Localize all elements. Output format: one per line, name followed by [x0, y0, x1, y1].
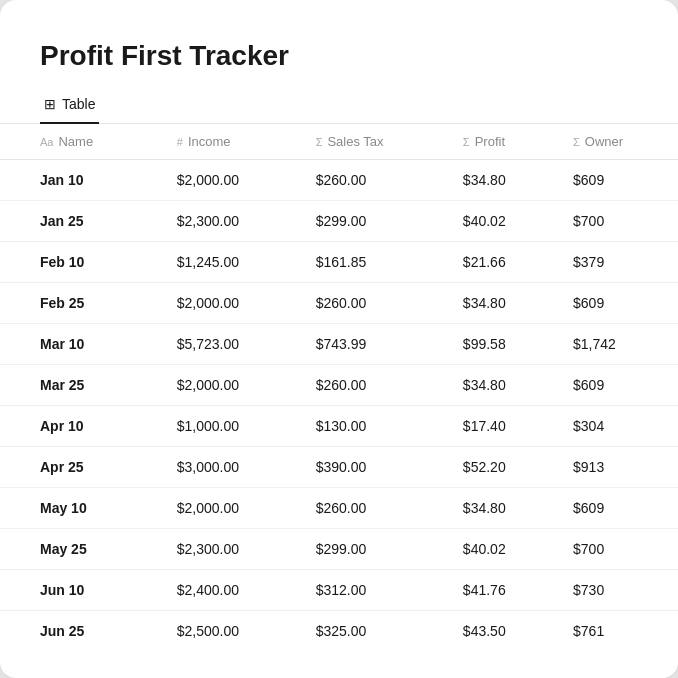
table-row: May 10$2,000.00$260.00$34.80$609: [0, 488, 678, 529]
table-row: Jan 10$2,000.00$260.00$34.80$609: [0, 160, 678, 201]
row-sales-tax: $260.00: [300, 365, 447, 406]
table-header-row: Aa Name # Income Σ Sales Tax: [0, 124, 678, 160]
row-sales-tax: $325.00: [300, 611, 447, 652]
row-owner: $609: [557, 365, 678, 406]
col-label-sales-tax: Sales Tax: [327, 134, 383, 149]
col-label-income: Income: [188, 134, 231, 149]
row-name: Apr 25: [0, 447, 161, 488]
row-owner: $609: [557, 283, 678, 324]
row-profit: $21.66: [447, 242, 557, 283]
table-row: Jun 10$2,400.00$312.00$41.76$730: [0, 570, 678, 611]
row-name: Apr 10: [0, 406, 161, 447]
tab-table[interactable]: ⊞ Table: [40, 88, 99, 124]
col-label-profit: Profit: [475, 134, 505, 149]
row-sales-tax: $130.00: [300, 406, 447, 447]
row-owner: $379: [557, 242, 678, 283]
row-income: $2,300.00: [161, 529, 300, 570]
tab-table-label: Table: [62, 96, 95, 112]
table-row: Feb 10$1,245.00$161.85$21.66$379: [0, 242, 678, 283]
row-name: Mar 10: [0, 324, 161, 365]
row-profit: $41.76: [447, 570, 557, 611]
row-sales-tax: $299.00: [300, 529, 447, 570]
row-income: $2,400.00: [161, 570, 300, 611]
row-income: $5,723.00: [161, 324, 300, 365]
row-profit: $99.58: [447, 324, 557, 365]
row-income: $1,245.00: [161, 242, 300, 283]
row-name: May 25: [0, 529, 161, 570]
table-row: Mar 25$2,000.00$260.00$34.80$609: [0, 365, 678, 406]
col-symbol-sales-tax: Σ: [316, 136, 323, 148]
table-row: Mar 10$5,723.00$743.99$99.58$1,742: [0, 324, 678, 365]
col-header-owner: Σ Owner: [557, 124, 678, 160]
row-sales-tax: $390.00: [300, 447, 447, 488]
table-row: May 25$2,300.00$299.00$40.02$700: [0, 529, 678, 570]
row-income: $2,500.00: [161, 611, 300, 652]
page-title: Profit First Tracker: [0, 40, 678, 88]
row-profit: $17.40: [447, 406, 557, 447]
row-profit: $34.80: [447, 283, 557, 324]
row-profit: $34.80: [447, 365, 557, 406]
row-owner: $609: [557, 160, 678, 201]
row-profit: $40.02: [447, 201, 557, 242]
row-name: Jan 10: [0, 160, 161, 201]
row-profit: $40.02: [447, 529, 557, 570]
col-symbol-owner: Σ: [573, 136, 580, 148]
row-name: Jun 10: [0, 570, 161, 611]
row-owner: $730: [557, 570, 678, 611]
col-label-owner: Owner: [585, 134, 623, 149]
row-owner: $609: [557, 488, 678, 529]
row-owner: $1,742: [557, 324, 678, 365]
row-sales-tax: $312.00: [300, 570, 447, 611]
table-icon: ⊞: [44, 96, 56, 112]
row-income: $2,000.00: [161, 160, 300, 201]
row-name: Mar 25: [0, 365, 161, 406]
row-income: $2,000.00: [161, 283, 300, 324]
col-header-income: # Income: [161, 124, 300, 160]
table-row: Jan 25$2,300.00$299.00$40.02$700: [0, 201, 678, 242]
row-owner: $913: [557, 447, 678, 488]
row-income: $2,300.00: [161, 201, 300, 242]
table-row: Apr 10$1,000.00$130.00$17.40$304: [0, 406, 678, 447]
table-row: Jun 25$2,500.00$325.00$43.50$761: [0, 611, 678, 652]
table-body: Jan 10$2,000.00$260.00$34.80$609Jan 25$2…: [0, 160, 678, 652]
row-sales-tax: $743.99: [300, 324, 447, 365]
row-name: May 10: [0, 488, 161, 529]
col-symbol-profit: Σ: [463, 136, 470, 148]
row-sales-tax: $260.00: [300, 160, 447, 201]
col-header-sales-tax: Σ Sales Tax: [300, 124, 447, 160]
row-income: $1,000.00: [161, 406, 300, 447]
col-label-name: Name: [58, 134, 93, 149]
row-profit: $52.20: [447, 447, 557, 488]
table-row: Apr 25$3,000.00$390.00$52.20$913: [0, 447, 678, 488]
row-income: $2,000.00: [161, 365, 300, 406]
row-sales-tax: $299.00: [300, 201, 447, 242]
row-sales-tax: $260.00: [300, 283, 447, 324]
col-symbol-income: #: [177, 136, 183, 148]
col-header-name: Aa Name: [0, 124, 161, 160]
table-row: Feb 25$2,000.00$260.00$34.80$609: [0, 283, 678, 324]
row-sales-tax: $161.85: [300, 242, 447, 283]
row-name: Jun 25: [0, 611, 161, 652]
col-header-profit: Σ Profit: [447, 124, 557, 160]
row-sales-tax: $260.00: [300, 488, 447, 529]
tab-bar: ⊞ Table: [0, 88, 678, 124]
row-name: Feb 25: [0, 283, 161, 324]
row-income: $3,000.00: [161, 447, 300, 488]
main-card: Profit First Tracker ⊞ Table Aa Name # I…: [0, 0, 678, 678]
data-table: Aa Name # Income Σ Sales Tax: [0, 124, 678, 651]
row-name: Jan 25: [0, 201, 161, 242]
row-owner: $700: [557, 529, 678, 570]
row-profit: $43.50: [447, 611, 557, 652]
row-owner: $761: [557, 611, 678, 652]
row-owner: $304: [557, 406, 678, 447]
row-profit: $34.80: [447, 488, 557, 529]
row-profit: $34.80: [447, 160, 557, 201]
row-income: $2,000.00: [161, 488, 300, 529]
row-owner: $700: [557, 201, 678, 242]
col-symbol-name: Aa: [40, 136, 53, 148]
row-name: Feb 10: [0, 242, 161, 283]
